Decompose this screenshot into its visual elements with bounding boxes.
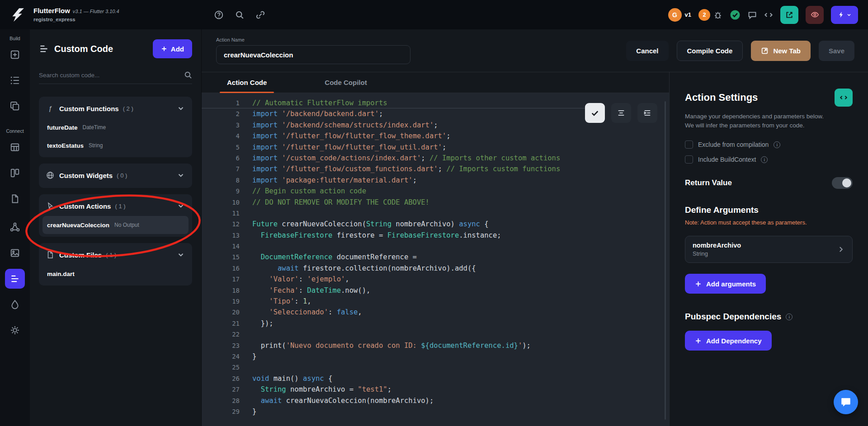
chevron-down-icon[interactable]: [177, 104, 185, 112]
user-menu[interactable]: G v1: [668, 8, 691, 22]
nav-pages-icon[interactable]: [5, 96, 25, 116]
chat-icon[interactable]: [748, 10, 757, 19]
preview-eye-button[interactable]: [806, 6, 824, 24]
code-line: 12Future crearNuevaColeccion(String nomb…: [202, 219, 669, 229]
argument-card[interactable]: nombreArchivo String: [685, 236, 853, 263]
include-buildcontext-checkbox[interactable]: [685, 155, 693, 164]
editor-area: Action Name Cancel Compile Code New Tab …: [202, 29, 868, 426]
app-version: v3.1 — Flutter 3.10.4: [73, 9, 119, 14]
topbar-right-cluster: G v1 2: [668, 6, 858, 24]
cancel-button[interactable]: Cancel: [626, 41, 668, 61]
view-code-button[interactable]: [835, 89, 853, 107]
compile-code-button[interactable]: Compile Code: [677, 41, 743, 61]
format-code-button[interactable]: [611, 103, 631, 123]
custom-code-item-main-dart[interactable]: main.dart: [42, 265, 189, 283]
item-name: futureDate: [47, 124, 78, 131]
chevron-down-icon[interactable]: [177, 251, 185, 259]
line-number: 8: [202, 175, 240, 186]
line-number: 1: [202, 98, 240, 108]
run-button[interactable]: [831, 6, 858, 24]
info-icon[interactable]: i: [761, 156, 768, 163]
info-icon[interactable]: i: [774, 141, 780, 148]
action-name-input[interactable]: [216, 45, 410, 64]
link-icon[interactable]: [256, 10, 265, 19]
line-text: // DO NOT REMOVE OR MODIFY THE CODE ABOV…: [252, 197, 429, 208]
avatar: G: [668, 8, 682, 22]
argument-name: nombreArchivo: [693, 242, 741, 249]
indent-code-button[interactable]: [637, 103, 657, 123]
chevron-down-icon[interactable]: [177, 171, 185, 179]
help-icon[interactable]: [214, 10, 223, 19]
nav-media-icon[interactable]: [5, 243, 25, 263]
chevron-down-icon[interactable]: [177, 202, 185, 210]
code-line: 4import '/flutter_flow/flutter_flow_them…: [202, 131, 669, 141]
tab-code-copilot[interactable]: Code Copilot: [317, 72, 374, 93]
arguments-note: Note: Action must accept these as parame…: [685, 219, 853, 226]
section-header-custom-widgets[interactable]: Custom Widgets( 0 ): [42, 165, 189, 185]
line-number: 28: [202, 395, 240, 406]
line-number: 12: [202, 219, 240, 229]
issues-indicator[interactable]: 2: [698, 9, 722, 21]
custom-code-item-crearnuevacoleccion[interactable]: crearNuevaColeccionNo Output: [42, 216, 189, 234]
search-icon[interactable]: [235, 10, 244, 19]
nav-database-icon[interactable]: [5, 137, 25, 157]
line-number: 7: [202, 164, 240, 174]
code-line: 16 await firestore.collection(nombreArch…: [202, 263, 669, 274]
return-value-toggle[interactable]: [832, 177, 853, 189]
info-icon[interactable]: i: [786, 314, 793, 320]
status-check-icon[interactable]: [730, 9, 741, 20]
custom-code-item-futuredate[interactable]: futureDateDateTime: [42, 118, 189, 136]
code-line: 23 print('Nuevo documento creado con ID:…: [202, 340, 669, 351]
nav-widget-add-icon[interactable]: [5, 45, 25, 65]
new-tab-button[interactable]: New Tab: [751, 41, 811, 61]
section-header-custom-files[interactable]: Custom Files( 1 ): [42, 245, 189, 265]
search-input[interactable]: [39, 72, 184, 79]
line-text: import '/flutter_flow/flutter_flow_theme…: [252, 131, 451, 141]
chat-bubble-icon: [840, 396, 852, 408]
line-number: 16: [202, 263, 240, 274]
app-name: FlutterFlow: [33, 7, 70, 14]
nav-kanban-icon[interactable]: [5, 163, 25, 183]
search-icon[interactable]: [184, 71, 192, 79]
nav-theme-icon[interactable]: [5, 295, 25, 314]
tab-action-code[interactable]: Action Code: [220, 72, 274, 93]
nav-integrations-icon[interactable]: [5, 217, 25, 237]
include-buildcontext-row[interactable]: Include BuildContext i: [685, 155, 853, 164]
plus-icon: [695, 337, 702, 344]
nav-custom-code-icon[interactable]: [5, 269, 25, 289]
add-arguments-button[interactable]: Add arguments: [685, 274, 766, 294]
apply-check-button[interactable]: [585, 103, 605, 123]
add-custom-code-button[interactable]: Add: [153, 39, 192, 58]
nav-widget-tree-icon[interactable]: [5, 70, 25, 90]
code-line: 22: [202, 329, 669, 340]
section-count: ( 2 ): [123, 105, 133, 112]
topbar-tools: [214, 10, 265, 19]
exclude-compilation-row[interactable]: Exclude from compilation i: [685, 140, 853, 149]
exclude-compilation-checkbox[interactable]: [685, 140, 693, 149]
code-line: 24}: [202, 351, 669, 362]
code-editor[interactable]: 1// Automatic FlutterFlow imports2import…: [202, 93, 669, 426]
section-header-custom-functions[interactable]: ƒCustom Functions( 2 ): [42, 98, 189, 118]
action-header: Action Name Cancel Compile Code New Tab …: [202, 29, 868, 72]
item-type: No Output: [114, 222, 139, 228]
code-line: 5import '/flutter_flow/flutter_flow_util…: [202, 142, 669, 153]
line-number: 20: [202, 307, 240, 318]
save-button[interactable]: Save: [819, 41, 854, 61]
code-icon[interactable]: [764, 10, 773, 19]
section-header-custom-actions[interactable]: Custom Actions( 1 ): [42, 196, 189, 216]
nav-settings-icon[interactable]: [5, 320, 25, 340]
line-text: import '/flutter_flow/custom_functions.d…: [252, 164, 560, 174]
line-text: // Begin custom action code: [252, 186, 366, 197]
nav-document-icon[interactable]: [5, 189, 25, 209]
add-dependency-button[interactable]: Add Dependency: [685, 331, 772, 351]
custom-code-item-textoestatus[interactable]: textoEstatusString: [42, 136, 189, 154]
line-text: 'Seleccionado': false,: [252, 307, 362, 318]
line-number: 4: [202, 131, 240, 141]
chevron-right-icon: [837, 245, 845, 253]
support-chat-button[interactable]: [834, 390, 858, 414]
open-in-new-button[interactable]: [780, 6, 798, 24]
section-count: ( 0 ): [117, 172, 127, 179]
flutterflow-logo[interactable]: [6, 5, 27, 25]
include-buildcontext-label: Include BuildContext: [698, 156, 756, 163]
file-icon: [46, 251, 54, 259]
